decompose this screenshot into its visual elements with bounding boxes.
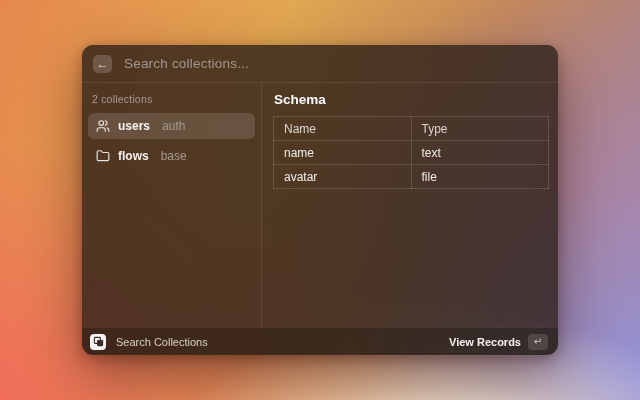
schema-table: Name Type name text avatar file: [273, 116, 549, 189]
schema-title: Schema: [274, 92, 549, 107]
back-button[interactable]: ←: [93, 55, 112, 73]
cell-field-type: text: [411, 141, 549, 165]
sidebar-item-label: flows: [118, 149, 149, 163]
collections-sidebar: 2 collections users auth: [82, 83, 262, 327]
sidebar-item-sublabel: auth: [162, 119, 185, 133]
footer-context-label: Search Collections: [116, 336, 449, 348]
column-header-type: Type: [411, 117, 549, 141]
arrow-left-icon: ←: [97, 55, 109, 73]
enter-key-icon: ↵: [528, 334, 548, 350]
collections-count-label: 2 collections: [92, 93, 251, 105]
cell-field-type: file: [411, 165, 549, 189]
sidebar-item-label: users: [118, 119, 150, 133]
window-content: 2 collections users auth: [82, 83, 558, 327]
search-collections-window: ← Search collections... 2 collections us…: [82, 45, 558, 355]
cell-field-name: avatar: [274, 165, 412, 189]
table-header-row: Name Type: [274, 117, 549, 141]
sidebar-item-flows[interactable]: flows base: [88, 143, 255, 169]
sidebar-item-users[interactable]: users auth: [88, 113, 255, 139]
cell-field-name: name: [274, 141, 412, 165]
table-row: name text: [274, 141, 549, 165]
search-bar: ← Search collections...: [82, 45, 558, 83]
schema-panel: Schema Name Type name text avatar file: [262, 83, 558, 327]
column-header-name: Name: [274, 117, 412, 141]
footer-action[interactable]: View Records ↵: [449, 334, 550, 350]
folder-icon: [96, 149, 110, 163]
window-footer: Search Collections View Records ↵: [82, 327, 558, 355]
sidebar-item-sublabel: base: [161, 149, 187, 163]
view-records-label: View Records: [449, 336, 521, 348]
search-input[interactable]: Search collections...: [124, 56, 547, 71]
users-icon: [96, 119, 110, 133]
app-logo-icon: [90, 334, 106, 350]
table-row: avatar file: [274, 165, 549, 189]
